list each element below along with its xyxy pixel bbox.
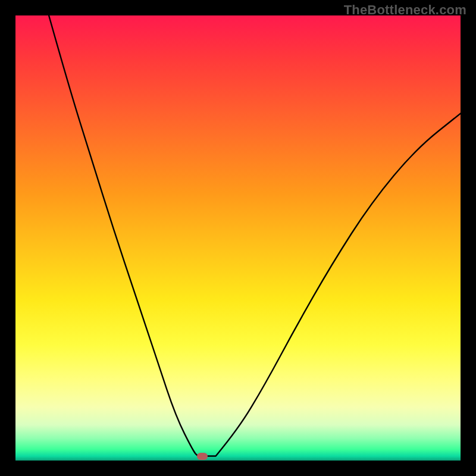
bottleneck-curve — [15, 15, 461, 461]
min-marker — [197, 453, 208, 460]
plot-area — [15, 15, 461, 461]
watermark-text: TheBottleneck.com — [344, 2, 466, 18]
curve-path — [49, 15, 461, 456]
chart-frame: TheBottleneck.com — [0, 0, 476, 476]
